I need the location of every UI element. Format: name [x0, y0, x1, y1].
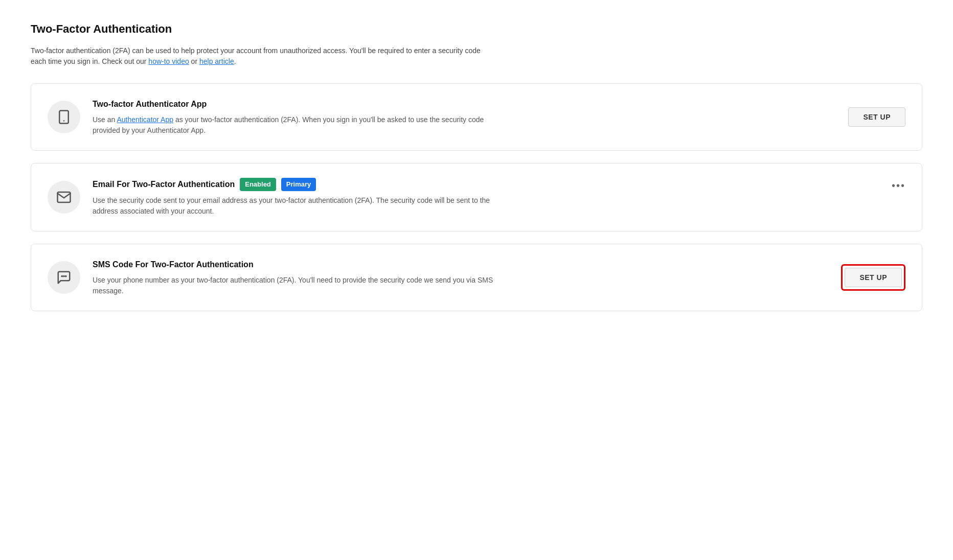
- help-article-link[interactable]: help article: [199, 57, 234, 65]
- sms-2fa-title-row: SMS Code For Two-Factor Authentication: [93, 259, 829, 271]
- email-icon: [56, 190, 72, 205]
- sms-2fa-description: Use your phone number as your two-factor…: [93, 275, 512, 296]
- sms-icon: [56, 270, 72, 285]
- email-2fa-menu-dots[interactable]: •••: [892, 178, 905, 193]
- authenticator-app-link[interactable]: Authenticator App: [117, 115, 173, 124]
- email-2fa-card: Email For Two-Factor Authentication Enab…: [31, 163, 922, 231]
- authenticator-app-icon-wrapper: [48, 101, 80, 133]
- authenticator-app-action: SET UP: [848, 107, 905, 127]
- email-2fa-description: Use the security code sent to your email…: [93, 195, 512, 217]
- sms-2fa-action-highlighted: SET UP: [841, 264, 905, 291]
- email-icon-wrapper: [48, 181, 80, 214]
- authenticator-app-card: Two-factor Authenticator App Use an Auth…: [31, 83, 922, 151]
- email-2fa-title-row: Email For Two-Factor Authentication Enab…: [93, 178, 905, 191]
- intro-text-before: Two-factor authentication (2FA) can be u…: [31, 46, 481, 65]
- primary-badge: Primary: [281, 178, 316, 191]
- email-2fa-title: Email For Two-Factor Authentication: [93, 178, 235, 191]
- authenticator-app-title: Two-factor Authenticator App: [93, 98, 207, 110]
- sms-icon-wrapper: [48, 261, 80, 294]
- authenticator-app-content: Two-factor Authenticator App Use an Auth…: [93, 98, 836, 136]
- mobile-icon: [56, 109, 72, 125]
- intro-text-end: .: [234, 57, 236, 65]
- how-to-video-link[interactable]: how-to video: [148, 57, 189, 65]
- authenticator-app-setup-button[interactable]: SET UP: [848, 107, 905, 127]
- sms-2fa-content: SMS Code For Two-Factor Authentication U…: [93, 259, 829, 296]
- intro-paragraph: Two-factor authentication (2FA) can be u…: [31, 45, 491, 67]
- email-2fa-content: Email For Two-Factor Authentication Enab…: [93, 178, 905, 217]
- sms-2fa-setup-button[interactable]: SET UP: [845, 268, 902, 287]
- sms-2fa-title: SMS Code For Two-Factor Authentication: [93, 259, 254, 271]
- authenticator-app-title-row: Two-factor Authenticator App: [93, 98, 836, 110]
- page-title: Two-Factor Authentication: [31, 20, 922, 37]
- enabled-badge: Enabled: [240, 178, 276, 191]
- authenticator-app-description: Use an Authenticator App as your two-fac…: [93, 114, 512, 136]
- sms-2fa-card: SMS Code For Two-Factor Authentication U…: [31, 244, 922, 311]
